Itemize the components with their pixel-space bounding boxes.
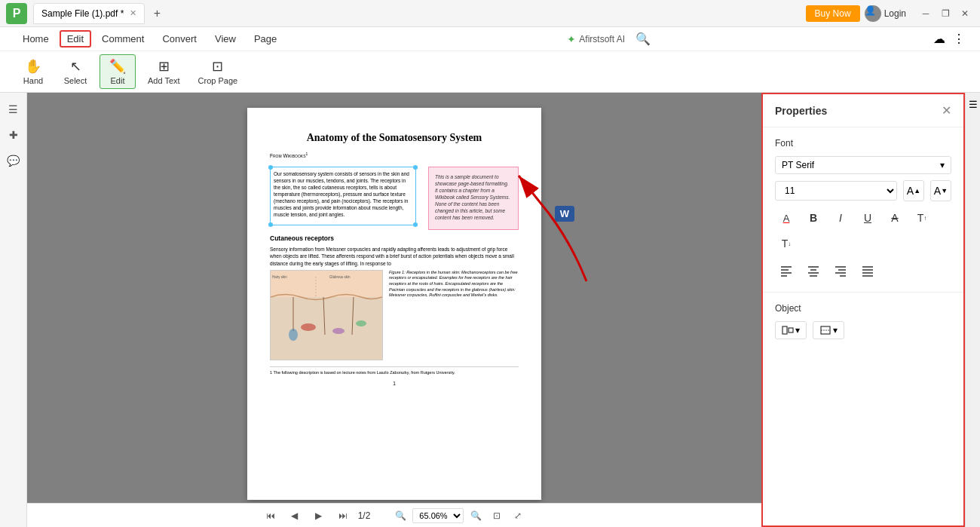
fullscreen-button[interactable]: ⤢ (509, 507, 527, 525)
crop-icon: ⊡ (212, 58, 223, 75)
svg-rect-30 (782, 326, 787, 334)
svg-point-7 (332, 328, 345, 334)
font-section-label: Font (775, 138, 951, 149)
object-size-dropdown-icon: ▾ (833, 325, 838, 336)
add-tab-button[interactable]: + (148, 5, 166, 23)
edit-icon: ✏️ (109, 58, 126, 75)
properties-panel: Properties ✕ Font PT Serif ▾ 11 A▲ A▼ (761, 93, 965, 527)
pdf-section-body: Sensory information from Meissner corpus… (270, 246, 519, 266)
first-page-button[interactable]: ⏮ (262, 507, 280, 525)
object-size-button[interactable]: ▾ (813, 321, 844, 339)
prev-page-button[interactable]: ◀ (286, 507, 304, 525)
sidebar-comment-icon[interactable]: 💬 (3, 150, 24, 171)
add-text-icon: ⊞ (158, 58, 170, 75)
maximize-button[interactable]: ❐ (936, 5, 954, 23)
font-size-select[interactable]: 11 (775, 181, 897, 201)
expand-icon[interactable]: ⋮ (953, 32, 965, 46)
font-dropdown-icon: ▾ (940, 160, 945, 170)
object-align-dropdown-icon: ▾ (795, 325, 800, 336)
right-panel-toggle[interactable]: ☰ (965, 93, 980, 527)
underline-button[interactable]: U (856, 207, 879, 228)
properties-header: Properties ✕ (763, 94, 963, 127)
last-page-button[interactable]: ⏭ (334, 507, 352, 525)
align-center-button[interactable] (802, 260, 825, 281)
cloud-icon[interactable]: ☁ (933, 32, 945, 46)
add-text-tool-button[interactable]: ⊞ Add Text (142, 55, 186, 88)
bottom-bar: ⏮ ◀ ▶ ⏭ 1/2 🔍 65.06% 🔍 ⊡ ⤢ (27, 503, 761, 527)
next-page-button[interactable]: ▶ (310, 507, 328, 525)
zoom-out-button[interactable]: 🔍 (391, 507, 409, 525)
pdf-section-title: Cutaneous receptors (270, 234, 519, 244)
nav-convert[interactable]: Convert (155, 30, 204, 47)
pdf-content: Anatomy of the Somatosensory System From… (27, 93, 761, 503)
left-sidebar: ☰ ✚ 💬 (0, 93, 27, 527)
pdf-source: From Wikibooks1 (270, 152, 519, 159)
login-area[interactable]: 👤 Login (865, 5, 906, 22)
edit-label: Edit (111, 76, 125, 85)
nav-edit[interactable]: Edit (60, 30, 91, 47)
sidebar-thumbnail-icon[interactable]: ☰ (3, 99, 24, 120)
right-panel-icon: ☰ (969, 99, 978, 110)
font-size-increase-button[interactable]: A▲ (903, 180, 924, 201)
font-name-row: PT Serif ▾ (775, 156, 951, 174)
fit-page-button[interactable]: ⊡ (488, 507, 506, 525)
object-align-button[interactable]: ▾ (775, 321, 807, 339)
zoom-select[interactable]: 65.06% (412, 508, 464, 523)
nav-home[interactable]: Home (15, 30, 57, 47)
crop-label: Crop Page (198, 76, 238, 85)
search-icon[interactable]: 🔍 (635, 32, 651, 46)
buy-now-button[interactable]: Buy Now (806, 5, 860, 22)
toolbar: Home Edit Comment Convert View Page ✦ Af… (0, 27, 980, 93)
nav-comment[interactable]: Comment (94, 30, 152, 47)
pdf-pink-box: This is a sample document to showcase pa… (428, 167, 519, 230)
superscript-button[interactable]: T↑ (911, 207, 933, 228)
close-tab-button[interactable]: ✕ (130, 8, 136, 18)
align-row (775, 260, 951, 281)
pdf-area: Anatomy of the Somatosensory System From… (27, 93, 761, 527)
hand-icon: ✋ (25, 58, 41, 75)
tool-bar: ✋ Hand ↖ Select ✏️ Edit ⊞ Add Text ⊡ Cro… (0, 51, 980, 92)
pdf-title: Anatomy of the Somatosensory System (270, 130, 519, 146)
properties-title: Properties (775, 105, 827, 117)
font-section: Font PT Serif ▾ 11 A▲ A▼ A B I (763, 127, 963, 293)
hand-tool-button[interactable]: ✋ Hand (15, 55, 51, 88)
pdf-body-text: Our somatosensory system consists of sen… (274, 170, 412, 219)
login-label: Login (884, 8, 906, 19)
sidebar-bookmark-icon[interactable]: ✚ (3, 124, 24, 146)
align-right-button[interactable] (829, 260, 852, 281)
page-info: 1/2 (358, 510, 371, 521)
strikethrough-button[interactable]: A (884, 207, 906, 228)
ai-label[interactable]: ✦ Afirstsoft AI (567, 33, 625, 45)
font-size-decrease-button[interactable]: A▼ (930, 180, 951, 201)
align-left-button[interactable] (775, 260, 798, 281)
zoom-controls: 🔍 65.06% 🔍 ⊡ ⤢ (391, 507, 527, 525)
svg-rect-1 (271, 271, 382, 297)
close-window-button[interactable]: ✕ (956, 5, 974, 23)
app-logo: P (6, 3, 27, 24)
title-bar: P Sample File (1).pdf * ✕ + Buy Now 👤 Lo… (0, 0, 980, 27)
format-row-1: A B I U A T↑ T↓ (775, 207, 951, 254)
hand-label: Hand (23, 76, 43, 85)
crop-page-tool-button[interactable]: ⊡ Crop Page (192, 55, 244, 88)
edit-tool-button[interactable]: ✏️ Edit (100, 54, 136, 89)
font-name-select[interactable]: PT Serif ▾ (775, 156, 951, 174)
text-color-button[interactable]: A (775, 207, 798, 228)
minimize-button[interactable]: ─ (917, 5, 935, 23)
select-tool-button[interactable]: ↖ Select (57, 55, 93, 88)
align-justify-button[interactable] (856, 260, 879, 281)
bold-button[interactable]: B (802, 207, 825, 228)
nav-page[interactable]: Page (247, 30, 284, 47)
tab-active[interactable]: Sample File (1).pdf * ✕ (33, 3, 145, 24)
subscript-button[interactable]: T↓ (775, 233, 798, 254)
svg-rect-2 (271, 297, 382, 360)
tab-title: Sample File (1).pdf * (41, 8, 124, 19)
select-label: Select (64, 76, 87, 85)
zoom-in-button[interactable]: 🔍 (467, 507, 485, 525)
object-row: ▾ ▾ (775, 321, 951, 339)
object-section: Object ▾ ▾ (763, 293, 963, 350)
properties-close-button[interactable]: ✕ (942, 103, 951, 118)
figure-svg: Hairy skin Glabrous skin (271, 271, 382, 360)
word-icon: W (555, 206, 574, 222)
nav-view[interactable]: View (207, 30, 243, 47)
italic-button[interactable]: I (829, 207, 852, 228)
